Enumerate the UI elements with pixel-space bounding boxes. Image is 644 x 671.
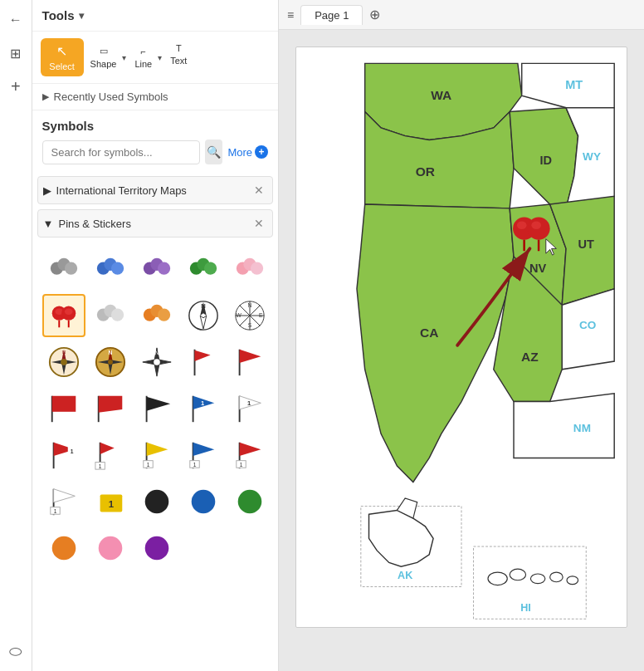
- nav-sidebar: ← ⊞ + ⬭: [0, 0, 32, 671]
- svg-text:1: 1: [146, 462, 149, 468]
- symbol-black-circle[interactable]: [135, 480, 178, 523]
- svg-point-107: [510, 569, 525, 580]
- svg-point-26: [158, 308, 170, 321]
- nav-back-icon[interactable]: ←: [2, 7, 29, 33]
- symbol-compass-star[interactable]: N: [135, 340, 178, 384]
- category-intl-maps-label: International Territory Maps: [56, 184, 187, 197]
- text-tool-button[interactable]: T Text: [167, 38, 190, 76]
- symbol-blue-flag-1-sq[interactable]: 1: [182, 433, 225, 477]
- category-intl-maps-close[interactable]: ✕: [251, 184, 267, 197]
- svg-point-8: [158, 262, 170, 274]
- nav-add-icon[interactable]: +: [2, 73, 29, 100]
- shape-tool-button[interactable]: ▭ Shape: [87, 41, 120, 74]
- tab-add-button[interactable]: ⊕: [369, 7, 380, 22]
- search-input[interactable]: [42, 140, 200, 164]
- symbol-blue-pins[interactable]: [89, 247, 132, 291]
- symbol-red-double-pin[interactable]: [42, 294, 85, 337]
- more-button[interactable]: More +: [227, 145, 268, 159]
- symbol-red-flag-md[interactable]: [228, 340, 271, 384]
- svg-point-100: [191, 490, 215, 514]
- svg-point-106: [488, 572, 507, 585]
- line-tool-button[interactable]: ⌐ Line: [131, 42, 155, 74]
- svg-point-19: [65, 308, 73, 315]
- svg-text:1: 1: [70, 448, 73, 454]
- symbol-white-flag-1-sq[interactable]: 1: [42, 480, 85, 523]
- page-tab-1[interactable]: Page 1: [300, 5, 363, 25]
- line-tool-group: ⌐ Line ▾: [131, 38, 163, 76]
- shape-dropdown-icon[interactable]: ▾: [120, 53, 128, 62]
- recently-used-row[interactable]: ▶ Recently Used Symbols: [32, 84, 278, 110]
- symbol-orange-pins[interactable]: [135, 294, 178, 337]
- symbol-green-pins[interactable]: [182, 247, 225, 291]
- svg-point-116: [531, 221, 541, 229]
- search-button[interactable]: 🔍: [205, 140, 223, 164]
- symbol-pink-circle[interactable]: [89, 527, 132, 570]
- category-pins-stickers[interactable]: ▼ Pins & Stickers ✕: [37, 209, 273, 238]
- line-icon: ⌐: [141, 47, 146, 56]
- svg-text:E: E: [259, 312, 263, 318]
- state-label-ca: CA: [420, 326, 438, 340]
- category-pins-close[interactable]: ✕: [251, 217, 267, 230]
- symbol-compass-ornate[interactable]: N: [42, 340, 85, 384]
- symbol-red-flag-1-sq[interactable]: 1: [228, 433, 271, 477]
- svg-point-55: [154, 359, 160, 365]
- line-dropdown-icon[interactable]: ▾: [156, 53, 163, 62]
- select-tool-button[interactable]: ↖ Select: [41, 38, 84, 76]
- symbol-red-flag-num1[interactable]: 1: [42, 433, 85, 477]
- symbol-white-flag-striped[interactable]: 1: [228, 387, 271, 430]
- shape-label: Shape: [90, 59, 117, 69]
- symbol-black-pennant[interactable]: [135, 387, 178, 430]
- svg-point-110: [567, 576, 578, 585]
- category-intl-maps[interactable]: ▶ International Territory Maps ✕: [37, 176, 273, 204]
- nav-grid-icon[interactable]: ⊞: [2, 40, 29, 66]
- category-pins-chevron: ▼: [43, 218, 54, 230]
- tools-panel: Tools ▾ ↖ Select ▭ Shape ▾ ⌐ Line ▾ T: [32, 0, 279, 671]
- symbol-compass-north[interactable]: N: [182, 294, 225, 337]
- nav-cylinder-icon[interactable]: ⬭: [2, 638, 29, 664]
- svg-text:N: N: [62, 350, 66, 355]
- state-label-mt: MT: [565, 78, 583, 91]
- symbol-blue-flag-1[interactable]: 1: [182, 387, 225, 430]
- recently-used-label: Recently Used Symbols: [54, 91, 168, 103]
- tools-title: Tools: [42, 8, 75, 22]
- state-label-az: AZ: [521, 350, 539, 364]
- svg-marker-66: [146, 397, 170, 411]
- state-label-or: OR: [416, 164, 435, 179]
- symbols-section: Symbols 🔍 More +: [32, 110, 278, 176]
- svg-point-104: [144, 536, 168, 561]
- tools-chevron[interactable]: ▾: [79, 10, 84, 22]
- svg-text:1: 1: [108, 499, 114, 509]
- tab-menu-icon[interactable]: ≡: [287, 8, 294, 22]
- state-label-nm: NM: [573, 422, 591, 434]
- svg-point-11: [204, 262, 217, 274]
- symbol-gray-pins[interactable]: [42, 247, 85, 291]
- symbol-red-flag-lg[interactable]: [42, 387, 85, 430]
- map-container: WA OR CA NV ID MT WY: [295, 47, 627, 628]
- svg-point-113: [517, 221, 527, 229]
- symbol-purple-circle[interactable]: [135, 527, 178, 570]
- symbol-red-flag-sm[interactable]: [182, 340, 225, 384]
- svg-text:N: N: [201, 302, 206, 310]
- svg-point-5: [111, 262, 124, 274]
- page-tabs: ≡ Page 1 ⊕: [279, 0, 644, 30]
- svg-point-101: [237, 490, 261, 514]
- svg-point-52: [108, 360, 113, 365]
- svg-text:W: W: [236, 312, 242, 318]
- symbol-blue-circle[interactable]: [182, 480, 225, 523]
- symbol-orange-circle[interactable]: [42, 527, 85, 570]
- symbol-compass-fancy[interactable]: N: [89, 340, 132, 384]
- symbol-red-flag-banner[interactable]: [89, 387, 132, 430]
- svg-text:S: S: [247, 322, 251, 328]
- symbol-green-circle[interactable]: [228, 480, 271, 523]
- canvas-content[interactable]: WA OR CA NV ID MT WY: [279, 30, 644, 671]
- symbol-silver-pins[interactable]: [89, 294, 132, 337]
- symbol-yellow-flag-1[interactable]: 1: [135, 433, 178, 477]
- symbol-yellow-box-1[interactable]: 1: [89, 480, 132, 523]
- symbol-purple-pins[interactable]: [135, 247, 178, 291]
- state-label-ut: UT: [578, 238, 594, 251]
- state-label-wa: WA: [431, 88, 451, 102]
- symbol-pink-pins[interactable]: [228, 247, 271, 291]
- symbol-red-sm-1[interactable]: 1: [89, 433, 132, 477]
- page-tab-1-label: Page 1: [315, 9, 349, 22]
- symbol-compass-rose[interactable]: N S W E: [228, 294, 271, 337]
